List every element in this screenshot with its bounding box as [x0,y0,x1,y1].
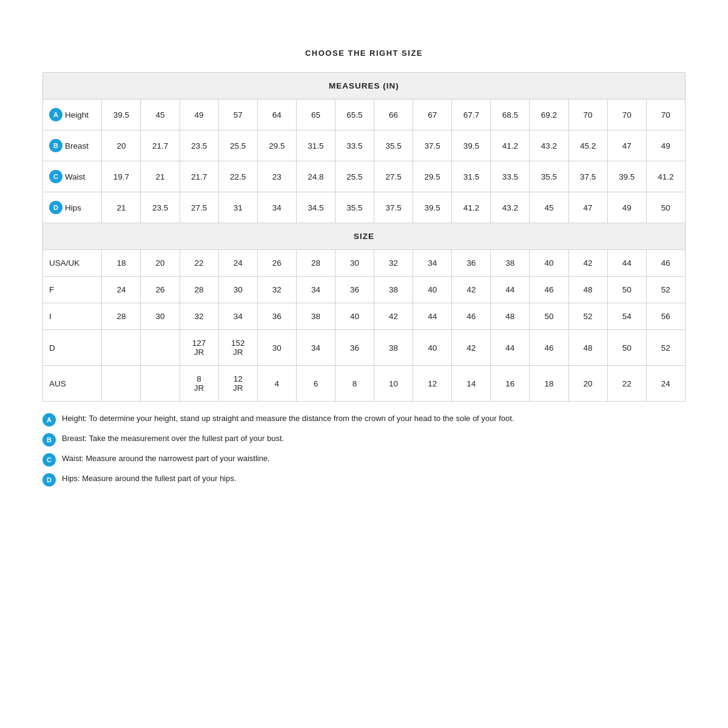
badge-c: C [49,170,62,183]
measure-value: 39.5 [413,192,452,223]
size-value: 40 [413,277,452,303]
size-value: 30 [218,277,257,303]
measure-value: 45.2 [568,130,607,161]
size-row: D127JR152JR3034363840424446485052 [43,330,686,366]
size-value: 18 [530,366,568,402]
measure-value: 31.5 [452,161,491,192]
measure-value: 45 [141,99,180,130]
measure-row: BBreast2021.723.525.529.531.533.535.537.… [43,130,686,161]
measure-value: 37.5 [374,192,413,223]
measure-value: 23 [257,161,296,192]
size-value: 48 [491,303,530,330]
note-badge-b: B [42,433,56,447]
size-value: 20 [141,250,180,277]
measure-value: 20 [102,130,141,161]
size-label-cell: F [43,277,102,303]
size-value: 52 [568,303,607,330]
size-value: 30 [141,303,180,330]
measure-value: 34 [257,192,296,223]
size-value: 26 [141,277,180,303]
measure-value: 23.5 [180,130,218,161]
size-value: 152JR [218,330,257,366]
size-value: 8JR [180,366,218,402]
measure-label: Breast [65,141,89,150]
size-value: 52 [646,277,685,303]
size-value: 26 [257,250,296,277]
note-badge-d: D [42,473,56,487]
measure-label-cell: DHips [43,192,102,223]
measure-row: CWaist19.72121.722.52324.825.527.529.531… [43,161,686,192]
measure-value: 50 [646,192,685,223]
size-value: 127JR [180,330,218,366]
size-value: 32 [257,277,296,303]
measure-value: 22.5 [218,161,257,192]
size-value: 40 [530,250,568,277]
measure-value: 31.5 [296,130,335,161]
measure-value: 65.5 [335,99,374,130]
note-item: DHips: Measure around the fullest part o… [42,473,686,487]
measure-value: 29.5 [257,130,296,161]
size-header: SIZE [43,223,686,250]
size-value: 34 [413,250,452,277]
measure-value: 69.2 [530,99,568,130]
size-value: 44 [607,250,646,277]
main-container: CHOOSE THE RIGHT SIZE MEASURES (IN) AHei… [42,49,686,493]
measure-value: 35.5 [335,192,374,223]
size-row: USA/UK182022242628303234363840424446 [43,250,686,277]
size-value: 38 [374,277,413,303]
size-value: 18 [102,250,141,277]
size-value: 22 [607,366,646,402]
note-text: Hips: Measure around the fullest part of… [62,473,237,485]
size-value: 20 [568,366,607,402]
size-value: 32 [180,303,218,330]
note-text: Breast: Take the measurement over the fu… [62,433,284,445]
note-item: AHeight: To determine your height, stand… [42,413,686,426]
measure-label-cell: CWaist [43,161,102,192]
size-value: 10 [374,366,413,402]
size-value: 48 [568,277,607,303]
size-value: 28 [180,277,218,303]
measure-value: 25.5 [218,130,257,161]
measure-value: 45 [530,192,568,223]
note-item: BBreast: Take the measurement over the f… [42,433,686,447]
measure-value: 21 [102,192,141,223]
size-value: 14 [452,366,491,402]
measure-value: 57 [218,99,257,130]
size-value: 50 [607,277,646,303]
size-value: 8 [335,366,374,402]
measure-value: 25.5 [335,161,374,192]
size-value: 24 [646,366,685,402]
size-label-cell: AUS [43,366,102,402]
measure-value: 35.5 [530,161,568,192]
measure-value: 37.5 [413,130,452,161]
size-value: 42 [374,303,413,330]
measure-value: 49 [607,192,646,223]
measure-value: 49 [180,99,218,130]
size-value: 32 [374,250,413,277]
size-row: F242628303234363840424446485052 [43,277,686,303]
measure-label-cell: BBreast [43,130,102,161]
size-row: AUS8JR12JR4681012141618202224 [43,366,686,402]
size-value [102,330,141,366]
measure-label: Hips [65,203,81,212]
measure-value: 41.2 [491,130,530,161]
badge-b: B [49,139,62,152]
note-badge-c: C [42,453,56,467]
measure-value: 70 [607,99,646,130]
size-label-cell: D [43,330,102,366]
size-value: 34 [218,303,257,330]
measure-value: 68.5 [491,99,530,130]
size-value: 38 [296,303,335,330]
size-value: 46 [452,303,491,330]
size-value: 54 [607,303,646,330]
size-value: 56 [646,303,685,330]
size-value: 30 [257,330,296,366]
measure-value: 41.2 [452,192,491,223]
measure-value: 41.2 [646,161,685,192]
size-table: MEASURES (IN) AHeight39.5454957646565.56… [42,72,686,402]
size-value: 30 [335,250,374,277]
measure-value: 43.2 [491,192,530,223]
size-value: 36 [335,277,374,303]
size-value: 28 [296,250,335,277]
measure-value: 47 [607,130,646,161]
